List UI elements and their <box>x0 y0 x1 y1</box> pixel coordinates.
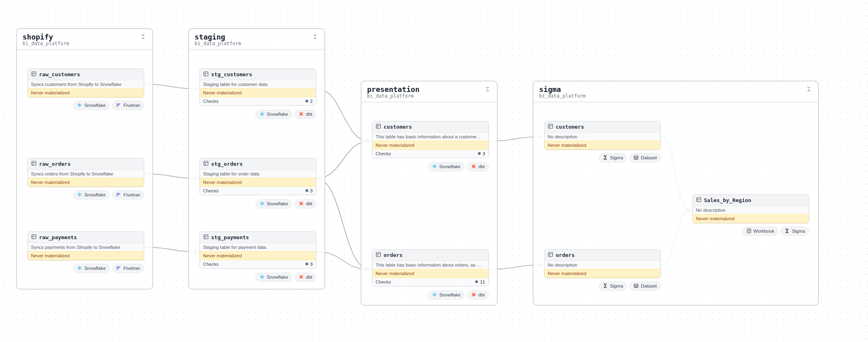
svg-rect-30 <box>204 235 208 239</box>
fivetran-icon <box>116 265 121 271</box>
group-header: sigma bi_data_platform <box>534 81 818 102</box>
node-s_customers[interactable]: customers No description Never materiali… <box>544 121 661 150</box>
chip-snowflake[interactable]: Snowflake <box>255 273 292 282</box>
node-checks: Checks 3 <box>200 187 316 195</box>
node-s_orders[interactable]: orders No description Never materialized <box>544 249 661 278</box>
checks-label: Checks <box>203 188 218 193</box>
node-description: No description <box>693 206 809 214</box>
chip-dataset[interactable]: Dataset <box>629 153 661 163</box>
svg-rect-51 <box>634 156 638 159</box>
chip-sigma[interactable]: Sigma <box>599 153 627 163</box>
node-title: Sales_by_Region <box>704 197 751 203</box>
collapse-icon[interactable] <box>139 33 147 40</box>
checks-count: 3 <box>483 151 485 156</box>
chip-snowflake[interactable]: Snowflake <box>428 290 465 300</box>
chip-dbt[interactable]: dbt <box>295 199 316 209</box>
group-staging: staging bi_data_platform stg_customers S… <box>188 28 325 290</box>
tag-row: Sigma Dataset <box>544 153 661 163</box>
group-body: raw_customers Syncs customers from Shopi… <box>17 50 152 289</box>
group-presentation: presentation bi_data_platform customers … <box>361 81 498 306</box>
checks-label: Checks <box>203 262 218 267</box>
node-status: Never materialized <box>28 251 144 260</box>
chip-snowflake[interactable]: Snowflake <box>255 110 292 119</box>
dbt-icon <box>299 274 304 280</box>
collapse-icon[interactable] <box>311 33 319 40</box>
collapse-icon[interactable] <box>484 86 491 93</box>
chip-dbt[interactable]: dbt <box>295 110 316 119</box>
node-stg_orders[interactable]: stg_orders Staging table for order data … <box>199 158 316 195</box>
node-status: Never materialized <box>200 88 316 97</box>
node-description: No description <box>544 133 660 141</box>
node-description: Staging table for order data <box>200 170 316 178</box>
node-p_orders[interactable]: orders This table has basic information … <box>372 249 489 286</box>
group-title: sigma <box>539 86 586 94</box>
group-subtitle: bi_data_platform <box>539 94 586 98</box>
chip-sigma[interactable]: Sigma <box>599 282 627 291</box>
svg-rect-55 <box>548 252 553 257</box>
tag-row: Snowflake dbt <box>199 199 316 209</box>
dataset-icon <box>633 283 639 289</box>
chip-label: Sigma <box>610 284 623 288</box>
table-icon <box>376 252 381 259</box>
node-s_sales[interactable]: Sales_by_Region No description Never mat… <box>692 194 809 223</box>
node-raw_orders[interactable]: raw_orders Syncs orders from Shopify to … <box>27 158 144 187</box>
tag-row: Snowflake Fivetran <box>27 264 144 273</box>
node-stg_customers[interactable]: stg_customers Staging table for customer… <box>199 69 316 106</box>
node-title: raw_customers <box>39 71 80 77</box>
group-header: shopify bi_data_platform <box>17 29 152 50</box>
svg-rect-62 <box>697 198 701 202</box>
tag-row: Snowflake Fivetran <box>27 101 144 110</box>
node-description: This table has basic information about o… <box>372 261 488 269</box>
dataset-icon <box>633 155 639 161</box>
chip-label: Snowflake <box>84 266 106 271</box>
group-sigma: sigma bi_data_platform customers No desc… <box>533 81 819 306</box>
table-icon <box>203 161 209 167</box>
node-description: This table has basic information about a… <box>372 133 488 141</box>
svg-rect-24 <box>204 161 208 166</box>
node-checks: Checks 11 <box>372 278 488 286</box>
chip-label: Fivetran <box>123 266 140 271</box>
collapse-icon[interactable] <box>805 86 812 93</box>
group-body: customers No description Never materiali… <box>534 102 818 305</box>
checks-count: 3 <box>310 262 313 267</box>
chip-dbt[interactable]: dbt <box>467 162 489 171</box>
chip-workbook[interactable]: Workbook <box>742 227 779 236</box>
node-header: customers <box>544 121 660 133</box>
chip-label: Snowflake <box>267 112 288 117</box>
chip-fivetran[interactable]: Fivetran <box>112 190 144 200</box>
chip-label: Fivetran <box>123 192 140 197</box>
chip-snowflake[interactable]: Snowflake <box>73 264 110 273</box>
chip-snowflake[interactable]: Snowflake <box>73 101 110 110</box>
chip-snowflake[interactable]: Snowflake <box>73 190 110 200</box>
node-title: stg_payments <box>211 234 249 240</box>
chip-sigma[interactable]: Sigma <box>781 227 809 236</box>
tag-row: Snowflake dbt <box>372 162 489 171</box>
table-icon <box>696 197 702 204</box>
chip-dataset[interactable]: Dataset <box>629 282 661 291</box>
chip-dbt[interactable]: dbt <box>467 290 489 300</box>
node-stg_payments[interactable]: stg_payments Staging table for payment d… <box>199 231 316 269</box>
node-header: raw_orders <box>28 158 144 170</box>
node-title: raw_payments <box>39 234 77 240</box>
chip-label: Snowflake <box>84 103 106 108</box>
chip-label: Sigma <box>792 229 805 234</box>
chip-snowflake[interactable]: Snowflake <box>255 199 292 209</box>
node-p_customers[interactable]: customers This table has basic informati… <box>372 121 489 158</box>
chip-snowflake[interactable]: Snowflake <box>428 162 465 171</box>
tag-row: Snowflake Fivetran <box>27 190 144 200</box>
node-raw_customers[interactable]: raw_customers Syncs customers from Shopi… <box>27 69 144 98</box>
chip-fivetran[interactable]: Fivetran <box>112 264 144 273</box>
node-description: No description <box>544 261 660 269</box>
chip-dbt[interactable]: dbt <box>295 273 316 282</box>
node-raw_payments[interactable]: raw_payments Syncs payments from Shopify… <box>27 231 144 261</box>
node-title: customers <box>556 124 584 130</box>
checks-count: 2 <box>310 99 313 104</box>
snowflake-icon <box>260 201 265 207</box>
node-status: Never materialized <box>372 141 488 150</box>
svg-rect-18 <box>204 72 208 76</box>
group-title: presentation <box>367 86 419 94</box>
svg-rect-42 <box>376 252 381 257</box>
chip-fivetran[interactable]: Fivetran <box>112 101 144 110</box>
node-header: stg_orders <box>200 158 316 170</box>
chip-label: dbt <box>478 164 485 169</box>
